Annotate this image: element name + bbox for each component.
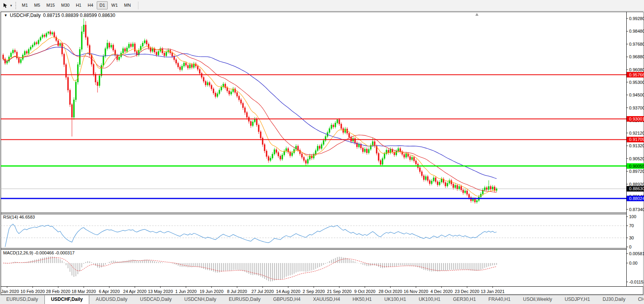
timeframe-button-d1[interactable]: D1 [97,1,108,9]
svg-text:70: 70 [629,223,634,228]
chart-tab-usoil-weekly[interactable]: USOil,Weekly [517,295,558,304]
timeframe-toolbar: ▾ M1M5M15M30H1H4D1W1MN [0,0,644,11]
timeframe-button-w1[interactable]: W1 [109,1,121,9]
chart-tab-ger30-h1[interactable]: GER30,H1 [447,295,482,304]
timeframe-button-m30[interactable]: M30 [59,1,72,9]
date-label: 21 Sep 2020 [327,289,351,294]
svg-text:100: 100 [629,214,636,219]
chart-collapse-icon[interactable]: ▼ [4,13,7,17]
svg-text:0.91709: 0.91709 [629,137,644,142]
date-label: 1 Jun 2020 [175,289,197,294]
date-label: 6 Apr 2020 [99,289,120,294]
date-label: 4 Dec 2020 [431,289,453,294]
macd-indicator-label: MACD(12,26,9) -0.000466 -0.000317 [3,250,75,255]
svg-text:0.96080: 0.96080 [629,67,644,72]
date-label: 23 Dec 2020 [455,289,479,294]
chart-tab-fra40-h1[interactable]: FRA40,H1 [482,295,517,304]
svg-text:0.92120: 0.92120 [629,131,644,135]
svg-text:0.99280: 0.99280 [629,16,644,21]
chart-tab-audusd-daily[interactable]: AUDUSD,Daily [89,295,134,304]
chart-tab-usdcnh-daily[interactable]: USDCNH,Daily [178,295,223,304]
chart-tab-uk100-h1[interactable]: UK100,H1 [378,295,412,304]
chart-ohlc-values: 0.88715 0.88839 0.88599 0.88630 [43,13,116,18]
chart-tab-uk100-h1[interactable]: UK100,H1 [412,295,447,304]
svg-text:0: 0 [629,245,631,249]
chart-title: ▼ USDCHF,Daily 0.88715 0.88839 0.88599 0… [4,13,115,18]
svg-text:0.88920: 0.88920 [629,182,644,187]
svg-text:0.95300: 0.95300 [629,80,644,85]
chart-symbol-label: USDCHF,Daily [10,13,41,18]
svg-text:0.87340: 0.87340 [629,207,644,212]
svg-text:-0.011514: -0.011514 [629,280,644,284]
date-label: 27 Jul 2020 [252,289,274,294]
svg-text:0.96880: 0.96880 [629,54,644,59]
price-label-0.90055: 0.90055 [627,163,644,169]
chart-tab-usdjpy-h1[interactable]: USDJPY,H1 [558,295,596,304]
date-label: 28 Feb 2020 [46,289,70,294]
svg-text:0.93700: 0.93700 [629,106,644,110]
price-label-0.93001: 0.93001 [627,116,644,122]
timeframe-button-m5[interactable]: M5 [31,1,43,9]
svg-text:0.98480: 0.98480 [629,29,644,33]
cursor-tool-dropdown-icon[interactable]: ▾ [10,4,12,7]
date-label: 13 May 2020 [148,289,173,294]
svg-text:0.93001: 0.93001 [629,117,644,121]
svg-text:0.97680: 0.97680 [629,42,644,46]
svg-text:0.89720: 0.89720 [629,169,644,174]
timeframe-button-m1[interactable]: M1 [19,1,31,9]
chart-tab-usdchf-daily[interactable]: USDCHF,Daily [44,295,90,304]
date-label: 13 Jan 2021 [481,289,505,294]
svg-text:0.91320: 0.91320 [629,143,644,148]
timeframe-button-h1[interactable]: H1 [73,1,84,9]
price-label-0.95766: 0.95766 [627,72,644,78]
chart-tab-bar: EURUSD,DailyUSDCHF,DailyAUDUSD,DailyUSDC… [0,295,644,304]
svg-text:0.00: 0.00 [629,261,637,265]
date-label: 24 Apr 2020 [123,289,146,294]
rsi-indicator-label: RSI(14) 46.6583 [3,215,35,219]
timeframe-button-h4[interactable]: H4 [85,1,96,9]
chart-canvas[interactable]: 0.992800.984800.976800.968800.960800.953… [0,11,644,295]
date-label: 8 Jul 2020 [227,289,247,294]
date-label: 16 Nov 2020 [404,289,428,294]
date-label: 19 Jun 2020 [200,289,224,294]
price-label-0.91709: 0.91709 [627,137,644,142]
timeframe-buttons: M1M5M15M30H1H4D1W1MN [19,1,134,9]
svg-text:0.95766: 0.95766 [629,72,644,77]
chart-tab-eurusd-daily[interactable]: EURUSD,Daily [223,295,267,304]
timeframe-button-m15[interactable]: M15 [44,1,57,9]
chart-tab-xauusd-h4[interactable]: XAUUSD,H4 [307,295,346,304]
date-label: 2 Sep 2020 [303,289,325,294]
svg-text:30: 30 [629,235,634,240]
toolbar-separator [138,2,138,9]
toolbar-grip[interactable] [15,2,17,9]
price-label-0.88024: 0.88024 [627,196,644,201]
date-label: 14 Aug 2020 [276,289,300,294]
chart-tab-eurusd-daily[interactable]: EURUSD,Daily [0,295,44,304]
date-label: 22 Jan 2020 [0,289,19,294]
chart-tab-dj30-daily[interactable]: DJ30,Daily [596,295,632,304]
chart-tab-china300-h1[interactable]: CHINA300,H1 [632,295,644,304]
cursor-tool-icon[interactable] [1,2,10,9]
date-label: 18 Mar 2020 [72,289,96,294]
svg-text:0.88630: 0.88630 [629,186,644,191]
mt4-window: ▾ M1M5M15M30H1H4D1W1MN ▼ USDCHF,Daily 0.… [0,0,644,304]
timeframe-button-mn[interactable]: MN [121,1,134,9]
chart-tab-gbpusd-h4[interactable]: GBPUSD,H4 [267,295,307,304]
svg-text:0.88024: 0.88024 [629,196,644,201]
date-label: 9 Oct 2020 [354,289,375,294]
chart-tab-usdcad-daily[interactable]: USDCAD,Daily [134,295,178,304]
svg-text:0.90055: 0.90055 [629,164,644,169]
current-price-label: 0.88630 [627,186,644,191]
svg-text:0.90520: 0.90520 [629,156,644,161]
date-label: 28 Oct 2020 [379,289,402,294]
chart-tab-hk50-h1[interactable]: HK50,H1 [346,295,378,304]
svg-text:0.94500: 0.94500 [629,93,644,97]
svg-text:0.005818: 0.005818 [629,251,644,256]
date-label: 10 Feb 2020 [20,289,45,294]
